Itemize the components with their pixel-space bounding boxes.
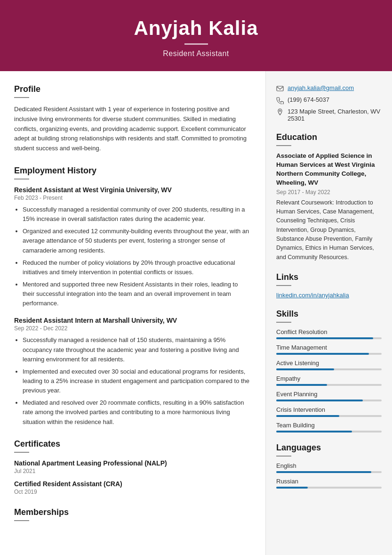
employment-divider: [14, 179, 29, 180]
skill-bar-fill: [276, 415, 339, 417]
profile-divider: [14, 97, 29, 98]
skill-name: Time Management: [276, 344, 382, 351]
job-2-bullet-1: Successfully managed a residence hall of…: [23, 335, 251, 364]
certificates-divider: [14, 452, 29, 453]
job-1-bullet-2: Organized and executed 12 community-buil…: [23, 227, 251, 255]
skill-bar-fill: [276, 384, 327, 386]
skill-bar-bg: [276, 400, 382, 401]
skill-bar-bg: [276, 337, 382, 339]
employment-section-title: Employment History: [14, 166, 251, 176]
body-layout: Profile Dedicated Resident Assistant wit…: [0, 71, 392, 555]
skill-name: Team Building: [276, 422, 382, 429]
job-2-bullet-2: Implemented and executed over 30 social …: [23, 367, 251, 395]
cert-1: National Apartment Leasing Professional …: [14, 459, 251, 474]
header: Anyjah Kalia Resident Assistant: [0, 0, 392, 71]
svg-point-1: [280, 110, 281, 112]
skills-container: Conflict Resolution Time Management Acti…: [276, 328, 382, 433]
edu-coursework: Relevant Coursework: Introduction to Hum…: [276, 198, 382, 262]
links-section: Links linkedin.com/in/anyjahkalia: [276, 272, 382, 299]
skill-item: Time Management: [276, 344, 382, 355]
email-icon: [276, 85, 284, 92]
skill-name: Event Planning: [276, 391, 382, 398]
languages-container: English Russian: [276, 462, 382, 489]
phone-icon: [276, 97, 284, 104]
skill-bar-bg: [276, 431, 382, 433]
skill-bar-fill: [276, 353, 369, 355]
cert-1-date: Jul 2021: [14, 468, 251, 474]
skills-section: Skills Conflict Resolution Time Manageme…: [276, 309, 382, 433]
job-1-bullets: Successfully managed a residential commu…: [14, 205, 251, 308]
skill-item: Crisis Intervention: [276, 406, 382, 417]
memberships-section-title: Memberships: [14, 507, 251, 517]
skill-bar-fill: [276, 431, 352, 433]
header-name: Anyjah Kalia: [9, 17, 383, 40]
contact-section: anyjah.kalia@gmail.com (199) 674-5037: [276, 84, 382, 122]
job-1: Resident Assistant at West Virginia Univ…: [14, 186, 251, 308]
skill-item: Conflict Resolution: [276, 328, 382, 339]
links-divider: [276, 285, 291, 286]
skill-bar-fill: [276, 337, 373, 339]
profile-text: Dedicated Resident Assistant with 1 year…: [14, 105, 251, 154]
links-section-title: Links: [276, 272, 382, 282]
skill-item: Team Building: [276, 422, 382, 433]
skill-item: Event Planning: [276, 391, 382, 401]
skill-name: Conflict Resolution: [276, 328, 382, 335]
lang-bar-bg: [276, 471, 382, 473]
job-2-bullet-3: Mediated and resolved over 20 roommate c…: [23, 398, 251, 426]
skills-section-title: Skills: [276, 309, 382, 319]
profile-section: Profile Dedicated Resident Assistant wit…: [14, 84, 251, 154]
skill-name: Crisis Intervention: [276, 406, 382, 413]
job-1-title: Resident Assistant at West Virginia Univ…: [14, 186, 251, 194]
lang-bar-fill: [276, 471, 371, 473]
location-icon: [276, 108, 284, 116]
education-section: Education Associate of Applied Science i…: [276, 132, 382, 262]
skill-bar-bg: [276, 353, 382, 355]
skill-name: Empathy: [276, 375, 382, 382]
profile-section-title: Profile: [14, 84, 251, 94]
header-title: Resident Assistant: [9, 49, 383, 58]
lang-bar-fill: [276, 487, 308, 489]
job-1-bullet-4: Mentored and supported three new Residen…: [23, 280, 251, 308]
education-divider: [276, 145, 291, 146]
languages-section-title: Languages: [276, 443, 382, 453]
email-link[interactable]: anyjah.kalia@gmail.com: [288, 84, 354, 91]
languages-divider: [276, 456, 291, 457]
cert-2-name: Certified Resident Assistant (CRA): [14, 480, 251, 488]
lang-name: English: [276, 462, 382, 469]
cert-1-name: National Apartment Leasing Professional …: [14, 459, 251, 467]
skill-bar-fill: [276, 400, 363, 401]
header-divider: [184, 43, 208, 45]
contact-email-item: anyjah.kalia@gmail.com: [276, 84, 382, 92]
skill-bar-fill: [276, 368, 334, 370]
job-1-bullet-1: Successfully managed a residential commu…: [23, 205, 251, 224]
resume-wrapper: Anyjah Kalia Resident Assistant Profile …: [0, 0, 392, 555]
job-2-bullets: Successfully managed a residence hall of…: [14, 335, 251, 426]
cert-2: Certified Resident Assistant (CRA) Oct 2…: [14, 480, 251, 495]
lang-name: Russian: [276, 478, 382, 485]
skill-item: Active Listening: [276, 359, 382, 370]
contact-address-item: 123 Maple Street, Charleston, WV 25301: [276, 108, 382, 122]
skill-name: Active Listening: [276, 359, 382, 367]
job-1-dates: Feb 2023 - Present: [14, 195, 251, 201]
skill-bar-bg: [276, 368, 382, 370]
contact-phone-item: (199) 674-5037: [276, 96, 382, 104]
left-column: Profile Dedicated Resident Assistant wit…: [0, 71, 266, 555]
skill-item: Empathy: [276, 375, 382, 386]
svg-rect-0: [277, 86, 283, 91]
employment-section: Employment History Resident Assistant at…: [14, 166, 251, 427]
memberships-section: Memberships: [14, 507, 251, 521]
edu-dates: Sep 2017 - May 2022: [276, 189, 382, 196]
address-text: 123 Maple Street, Charleston, WV 25301: [288, 108, 382, 122]
phone-text: (199) 674-5037: [288, 96, 329, 103]
job-2-dates: Sep 2022 - Dec 2022: [14, 325, 251, 332]
memberships-divider: [14, 520, 29, 521]
right-column: anyjah.kalia@gmail.com (199) 674-5037: [266, 71, 392, 555]
job-2: Resident Assistant Intern at Marshall Un…: [14, 317, 251, 426]
job-1-bullet-3: Reduced the number of policy violations …: [23, 258, 251, 277]
linkedin-link[interactable]: linkedin.com/in/anyjahkalia: [276, 292, 349, 299]
edu-degree: Associate of Applied Science in Human Se…: [276, 152, 382, 188]
languages-section: Languages English Russian: [276, 443, 382, 489]
cert-2-date: Oct 2019: [14, 489, 251, 495]
job-2-title: Resident Assistant Intern at Marshall Un…: [14, 317, 251, 324]
lang-bar-bg: [276, 487, 382, 489]
